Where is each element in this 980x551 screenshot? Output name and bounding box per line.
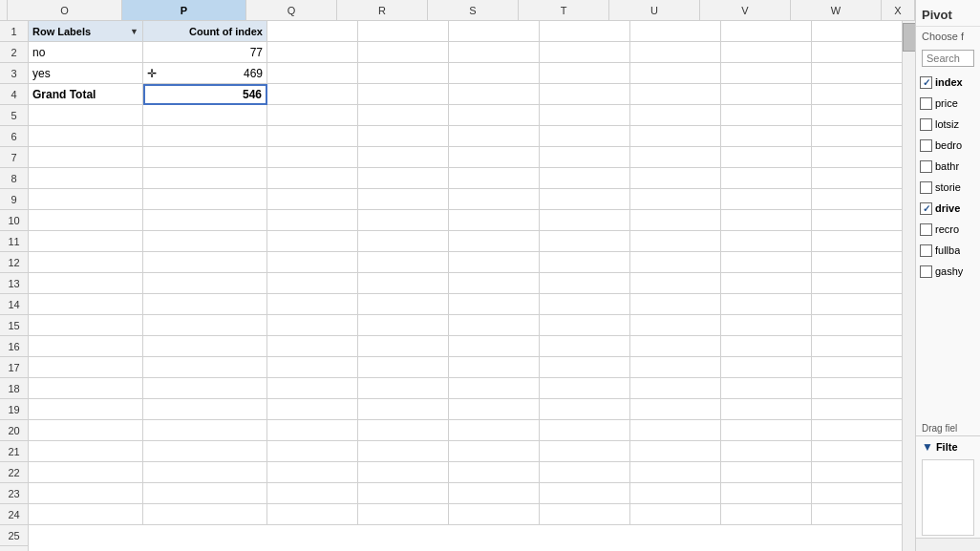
- cell-u2[interactable]: [630, 42, 721, 63]
- col-header-P[interactable]: P: [122, 0, 246, 20]
- cell-u1[interactable]: [630, 21, 721, 42]
- cell-t4[interactable]: [540, 84, 630, 105]
- col-header-W[interactable]: W: [791, 0, 882, 20]
- cell-u4[interactable]: [630, 84, 721, 105]
- list-item: ✓ index: [920, 73, 976, 92]
- spreadsheet-body: 1 2 3 4 5 6 7 8 9 10 11 12 13 14 15 16 1…: [0, 21, 915, 551]
- table-row: Grand Total 546: [29, 84, 902, 105]
- cell-v3[interactable]: [721, 63, 812, 84]
- cell-q1[interactable]: [267, 21, 358, 42]
- col-header-Q[interactable]: Q: [246, 0, 337, 20]
- col-header-X[interactable]: X: [882, 0, 915, 20]
- field-checkbox-stories[interactable]: [920, 181, 932, 194]
- cell-q2[interactable]: [267, 42, 358, 63]
- row-num-7: 7: [0, 147, 28, 168]
- field-checkbox-bedrooms[interactable]: [920, 139, 932, 152]
- cell-s3[interactable]: [449, 63, 540, 84]
- row-num-23: 23: [0, 483, 28, 504]
- field-checkbox-lotsize[interactable]: [920, 118, 932, 131]
- empty-cell[interactable]: [449, 105, 540, 126]
- row-labels-text: Row Labels: [32, 26, 91, 37]
- empty-cell[interactable]: [267, 105, 358, 126]
- row-num-21: 21: [0, 441, 28, 462]
- table-row: [29, 399, 902, 420]
- empty-cell[interactable]: [358, 105, 449, 126]
- row-num-18: 18: [0, 378, 28, 399]
- pivot-bottom-scrollbar[interactable]: [916, 538, 980, 551]
- table-row: [29, 315, 902, 336]
- grand-total-value[interactable]: 546: [143, 84, 267, 105]
- empty-cell[interactable]: [143, 105, 267, 126]
- cell-t1[interactable]: [540, 21, 630, 42]
- cell-s4[interactable]: [449, 84, 540, 105]
- col-header-O[interactable]: O: [8, 0, 122, 20]
- row-num-13: 13: [0, 273, 28, 294]
- col-header-T[interactable]: T: [519, 0, 609, 20]
- cell-w3[interactable]: [812, 63, 902, 84]
- cell-w2[interactable]: [812, 42, 902, 63]
- cell-v4[interactable]: [721, 84, 812, 105]
- grand-total-label[interactable]: Grand Total: [29, 84, 143, 105]
- cell-u3[interactable]: [630, 63, 721, 84]
- cell-t3[interactable]: [540, 63, 630, 84]
- field-checkbox-driveway[interactable]: ✓: [920, 202, 932, 215]
- cell-v2[interactable]: [721, 42, 812, 63]
- vertical-scrollbar[interactable]: [902, 21, 915, 551]
- table-row: [29, 420, 902, 441]
- pivot-field-list: ✓ index price lotsiz bedro bathr storie …: [916, 71, 980, 419]
- pivot-no-value[interactable]: 77: [143, 42, 267, 63]
- empty-cell[interactable]: [29, 105, 143, 126]
- pivot-no-label[interactable]: no: [29, 42, 143, 63]
- row-num-11: 11: [0, 231, 28, 252]
- pivot-yes-value[interactable]: ✛ 469: [143, 63, 267, 84]
- filter-arrow-icon[interactable]: ▼: [130, 27, 138, 36]
- cell-w4[interactable]: [812, 84, 902, 105]
- cell-s2[interactable]: [449, 42, 540, 63]
- cell-r2[interactable]: [358, 42, 449, 63]
- field-label-driveway: drive: [935, 202, 960, 214]
- row-num-19: 19: [0, 399, 28, 420]
- field-checkbox-index[interactable]: ✓: [920, 76, 932, 89]
- cell-r4[interactable]: [358, 84, 449, 105]
- table-row: [29, 273, 902, 294]
- cell-w1[interactable]: [812, 21, 902, 42]
- cell-t2[interactable]: [540, 42, 630, 63]
- row-num-12: 12: [0, 252, 28, 273]
- field-checkbox-bathrooms[interactable]: [920, 160, 932, 173]
- empty-cell[interactable]: [721, 105, 812, 126]
- field-checkbox-gasheat[interactable]: [920, 265, 932, 278]
- pivot-drag-label: Drag fiel: [916, 419, 980, 435]
- table-row: [29, 252, 902, 273]
- corner-cell: [0, 0, 8, 20]
- table-row: [29, 147, 902, 168]
- field-checkbox-recreation[interactable]: [920, 223, 932, 236]
- cell-r1[interactable]: [358, 21, 449, 42]
- field-checkbox-price[interactable]: [920, 97, 932, 110]
- col-header-S[interactable]: S: [428, 0, 519, 20]
- empty-cell[interactable]: [540, 105, 630, 126]
- empty-cell[interactable]: [812, 105, 902, 126]
- table-row: [29, 462, 902, 483]
- pivot-search-input[interactable]: [922, 50, 974, 67]
- table-row: no 77: [29, 42, 902, 63]
- cell-s1[interactable]: [449, 21, 540, 42]
- cell-v1[interactable]: [721, 21, 812, 42]
- pivot-yes-label[interactable]: yes: [29, 63, 143, 84]
- table-row: [29, 210, 902, 231]
- cell-q3[interactable]: [267, 63, 358, 84]
- field-checkbox-fullbase[interactable]: [920, 244, 932, 257]
- cell-q4[interactable]: [267, 84, 358, 105]
- col-header-V[interactable]: V: [700, 0, 791, 20]
- table-row: [29, 105, 902, 126]
- list-item: lotsiz: [920, 115, 976, 134]
- col-header-U[interactable]: U: [609, 0, 700, 20]
- col-header-R[interactable]: R: [337, 0, 428, 20]
- cell-r3[interactable]: [358, 63, 449, 84]
- pivot-count-header[interactable]: Count of index: [143, 21, 267, 42]
- empty-cell[interactable]: [630, 105, 721, 126]
- table-row: [29, 483, 902, 504]
- row-num-16: 16: [0, 336, 28, 357]
- scrollbar-thumb[interactable]: [903, 23, 915, 52]
- field-label-stories: storie: [935, 181, 961, 193]
- pivot-row-label-header[interactable]: Row Labels ▼: [29, 21, 143, 42]
